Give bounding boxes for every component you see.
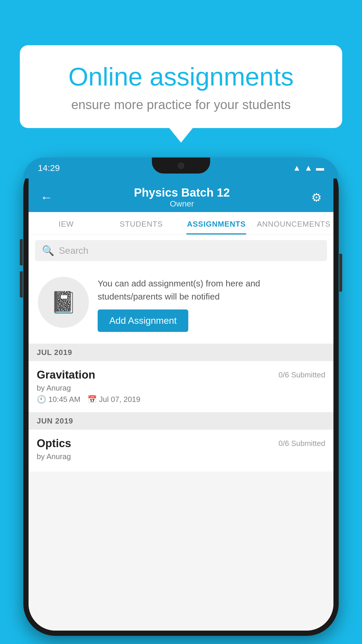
assignment-time-date-gravitation: 🕙 10:45 AM 📅 Jul 07, 2019 — [37, 395, 325, 404]
search-placeholder: Search — [59, 245, 88, 256]
wifi-icon: ▲ — [293, 163, 301, 173]
speech-bubble-subtitle: ensure more practice for your students — [40, 97, 322, 112]
assignment-date: Jul 07, 2019 — [99, 395, 140, 404]
month-divider-jun: JUN 2019 — [29, 412, 333, 430]
assignment-name-optics: Optics — [37, 437, 71, 450]
screen-content: 🔍 Search 📓 You can add assignment(s) fro… — [29, 235, 333, 631]
signal-icon: ▲ — [304, 163, 312, 173]
add-assignment-button[interactable]: Add Assignment — [98, 309, 188, 332]
tabs-bar: IEW STUDENTS ASSIGNMENTS ANNOUNCEMENTS — [29, 212, 333, 235]
status-time: 14:29 — [38, 163, 60, 173]
speech-bubble-title: Online assignments — [40, 63, 322, 91]
assignment-prompt: 📓 You can add assignment(s) from here an… — [29, 266, 333, 344]
volume-up-button — [20, 239, 23, 265]
search-icon: 🔍 — [42, 245, 54, 256]
phone-screen: ← Physics Batch 12 Owner ⚙ IEW STUDENTS — [29, 178, 333, 631]
notebook-icon: 📓 — [50, 290, 77, 315]
assignment-item-top-optics: Optics 0/6 Submitted — [37, 437, 325, 450]
settings-button[interactable]: ⚙ — [311, 191, 322, 204]
tab-students[interactable]: STUDENTS — [104, 212, 179, 235]
calendar-icon: 📅 — [87, 395, 97, 404]
app-header: ← Physics Batch 12 Owner ⚙ — [29, 178, 333, 212]
header-title: Physics Batch 12 Owner — [134, 186, 230, 209]
speech-bubble-container: Online assignments ensure more practice … — [20, 45, 342, 128]
back-button[interactable]: ← — [40, 190, 52, 204]
clock-icon: 🕙 — [37, 395, 46, 404]
speech-bubble: Online assignments ensure more practice … — [20, 45, 342, 128]
batch-subtitle: Owner — [170, 199, 194, 208]
batch-title: Physics Batch 12 — [134, 186, 230, 199]
assignment-time: 10:45 AM — [48, 395, 80, 404]
power-button — [339, 254, 342, 292]
phone-wrapper: 14:29 ▲ ▲ ▬ ← Physics Batch 12 Owner — [23, 158, 339, 636]
assignment-submitted-optics: 0/6 Submitted — [279, 439, 325, 448]
app-header-top: ← Physics Batch 12 Owner ⚙ — [40, 181, 322, 212]
assignment-item-gravitation[interactable]: Gravitation 0/6 Submitted by Anurag 🕙 10… — [29, 361, 333, 412]
tab-iew[interactable]: IEW — [29, 212, 104, 235]
phone-notch — [152, 158, 210, 174]
assignment-right: You can add assignment(s) from here and … — [98, 277, 324, 332]
month-divider-jul: JUL 2019 — [29, 344, 333, 361]
assignment-item-top: Gravitation 0/6 Submitted — [37, 369, 325, 381]
assignment-item-optics[interactable]: Optics 0/6 Submitted by Anurag — [29, 430, 333, 472]
battery-icon: ▬ — [316, 163, 324, 173]
camera-dot — [178, 162, 184, 169]
assignment-prompt-text: You can add assignment(s) from here and … — [98, 277, 324, 303]
volume-down-button — [20, 271, 23, 298]
status-icons: ▲ ▲ ▬ — [293, 163, 324, 173]
assignment-name-gravitation: Gravitation — [37, 369, 95, 381]
assignment-icon-circle: 📓 — [38, 277, 89, 328]
assignment-meta-gravitation: by Anurag — [37, 384, 325, 393]
tab-announcements[interactable]: ANNOUNCEMENTS — [254, 212, 333, 235]
search-bar[interactable]: 🔍 Search — [35, 240, 327, 261]
phone-outer: 14:29 ▲ ▲ ▬ ← Physics Batch 12 Owner — [23, 158, 339, 636]
time-item: 🕙 10:45 AM — [37, 395, 80, 404]
assignment-meta-optics: by Anurag — [37, 452, 325, 461]
tab-assignments[interactable]: ASSIGNMENTS — [179, 212, 254, 235]
date-item: 📅 Jul 07, 2019 — [87, 395, 140, 404]
search-bar-wrap: 🔍 Search — [29, 235, 333, 266]
assignment-submitted-gravitation: 0/6 Submitted — [279, 370, 325, 379]
